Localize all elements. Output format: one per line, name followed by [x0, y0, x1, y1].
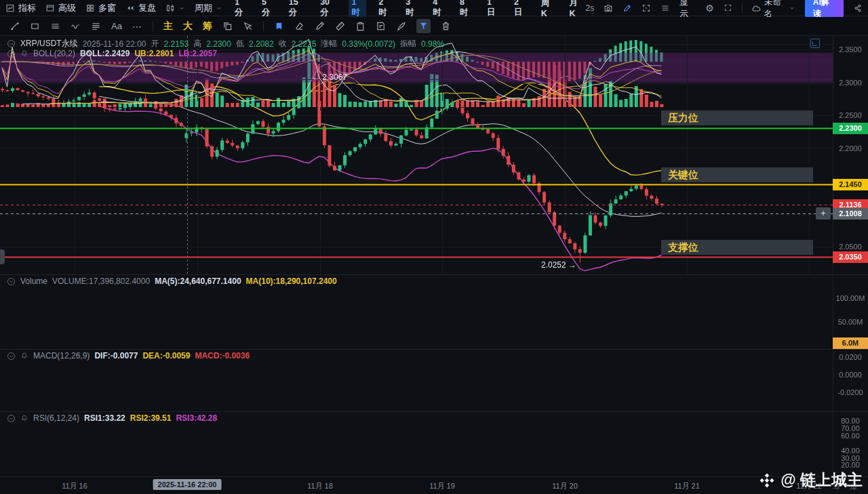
open-label: 开 — [151, 38, 159, 49]
bookmark-tool[interactable] — [274, 21, 284, 31]
crosshair-plus-button[interactable]: + — [816, 207, 831, 220]
macd-legend: MACD(12,26,9) DIF:-0.0077 DEA:-0.0059 MA… — [7, 351, 250, 361]
copy-tool[interactable] — [222, 21, 233, 31]
replay-button-label: 复盘 — [138, 2, 156, 14]
screenshot-frame-icon[interactable] — [642, 3, 651, 13]
rectangle-tool[interactable] — [30, 21, 40, 31]
boll-name[interactable]: BOLL(20,2) — [33, 49, 75, 58]
chips-toggle[interactable]: 筹 — [203, 20, 212, 33]
period-label: 周期 — [195, 2, 212, 14]
rsi-axis-tick: 20.00 — [833, 461, 868, 469]
alert-bell-icon[interactable] — [20, 414, 28, 422]
toolbar-separator — [742, 3, 743, 13]
clipboard-tool[interactable] — [355, 21, 366, 31]
high-value: 2.2300 — [206, 39, 231, 49]
pane-divider[interactable] — [0, 349, 868, 350]
chevron-circle-icon[interactable] — [7, 277, 16, 286]
watermark-text: @ 链上城主 — [781, 470, 863, 491]
measure-tool[interactable] — [335, 21, 345, 31]
gear-icon[interactable]: ⚙ — [705, 3, 714, 14]
macd-name[interactable]: MACD(12,26,9) — [33, 351, 90, 361]
rewind-icon — [125, 3, 135, 13]
close-label: 收 — [279, 38, 287, 49]
volume-axis-tick: 100.00M — [833, 294, 868, 302]
chart-style-dropdown[interactable] — [165, 3, 185, 13]
symbol-name[interactable]: XRP/USDT永续 — [20, 38, 78, 49]
boll-lb-value: LB:2.2057 — [178, 49, 217, 58]
alert-bell-icon[interactable] — [20, 352, 28, 360]
pen-tool[interactable] — [315, 21, 325, 31]
horizontal-lines-tool[interactable] — [50, 21, 60, 31]
chevron-circle-icon[interactable] — [7, 352, 16, 361]
top-toolbar: 指标高级多窗复盘周期1分5分15分30分1时2时3时4时8时1日2日周K月K 2… — [0, 0, 868, 16]
brush-tool[interactable] — [396, 21, 406, 31]
volume-name[interactable]: Volume — [20, 276, 47, 286]
support-label-box[interactable]: 支撑位 — [661, 240, 813, 255]
pencil-icon[interactable] — [623, 3, 632, 13]
text-tool[interactable]: Aa — [111, 21, 122, 31]
pane-divider[interactable] — [0, 411, 868, 412]
boll-mid-value: BOLL:2.2429 — [80, 49, 130, 58]
time-axis[interactable]: 11月 1611月 1811月 1911月 2011月 2111月 222025… — [0, 476, 868, 494]
alert-bell-icon[interactable] — [20, 49, 28, 58]
macd-hist-value: MACD:-0.0036 — [195, 351, 250, 361]
period-dropdown[interactable]: 周期 — [195, 2, 222, 14]
low-value: 2.2082 — [249, 39, 274, 49]
open-value: 2.2153 — [164, 39, 189, 49]
list-icon[interactable] — [660, 3, 670, 13]
cursor-pen-tool[interactable] — [243, 21, 253, 31]
fullscreen-icon[interactable] — [724, 3, 732, 12]
volume-ma10-value: MA(10):18,290,107.2400 — [246, 276, 337, 286]
rows-tool[interactable] — [91, 21, 101, 31]
support-price-tag: 2.0350 — [833, 251, 868, 263]
time-axis-label: 11月 19 — [429, 481, 455, 491]
chevron-down-icon — [178, 5, 185, 12]
crosshair-time-tag: 2025-11-16 22:00 — [153, 479, 222, 490]
pane-divider[interactable] — [0, 274, 868, 275]
large-view-toggle[interactable]: 大 — [183, 20, 193, 33]
resistance-label-box[interactable]: 压力位 — [661, 110, 813, 125]
macd-dif-value: DIF:-0.0077 — [94, 351, 138, 361]
top-toolbar-left: 指标高级多窗复盘周期1分5分15分30分1时2时3时4时8时1日2日周K月K — [5, 0, 586, 16]
time-axis-label: 11月 16 — [62, 481, 87, 491]
window-icon — [45, 3, 55, 13]
resistance-price-tag: 2.2300 — [833, 123, 868, 134]
more-tools-button[interactable]: ⋯ — [132, 21, 142, 32]
camera-icon[interactable] — [604, 3, 613, 13]
pane-maximize-icon[interactable] — [810, 39, 820, 48]
note-tool[interactable] — [376, 21, 386, 31]
key-level-label-box[interactable]: 关键位 — [661, 167, 813, 182]
change-value: 0.33%(0.0072) — [342, 39, 395, 49]
main-chart-toggle[interactable]: 主 — [163, 20, 173, 33]
refresh-interval: 2s — [586, 3, 595, 13]
chevron-circle-icon[interactable] — [7, 49, 16, 58]
high-label: 高 — [193, 38, 201, 49]
volume-legend: Volume VOLUME:17,396,802.4000 MA(5):24,6… — [7, 276, 337, 286]
indicators-button[interactable]: 指标 — [5, 2, 36, 14]
volume-value: VOLUME:17,396,802.4000 — [52, 276, 150, 286]
time-axis-label: 11月 21 — [674, 481, 700, 491]
wave-tool[interactable] — [71, 21, 81, 31]
macd-dea-value: DEA:-0.0059 — [142, 351, 190, 361]
chevron-circle-icon[interactable] — [7, 414, 16, 423]
time-axis-label: 11月 18 — [307, 481, 333, 491]
trend-line-tool[interactable] — [9, 21, 20, 31]
replay-button[interactable]: 复盘 — [125, 2, 156, 14]
low-price-annotation: 2.0252 → — [541, 260, 576, 270]
advanced-button[interactable]: 高级 — [45, 2, 76, 14]
rsi-name[interactable]: RSI(6,12,24) — [33, 413, 79, 423]
filter-tool[interactable] — [416, 19, 431, 33]
low-label: 低 — [236, 38, 244, 49]
drawing-toolbar: Aa⋯主大筹 — [0, 17, 868, 36]
rsi3-value: RSI3:42.28 — [176, 413, 217, 423]
volume-axis-tick: 50.00M — [833, 318, 868, 326]
price-axis-tick: 2.2500 — [833, 111, 868, 119]
chevron-circle-icon[interactable] — [7, 39, 16, 48]
change-label: 涨幅 — [321, 38, 337, 49]
multiwindow-button[interactable]: 多窗 — [85, 2, 116, 14]
delete-drawings-button[interactable] — [441, 21, 451, 31]
eraser-tool[interactable] — [294, 21, 304, 31]
share-icon[interactable] — [853, 3, 863, 13]
macd-axis-tick: 0.0000 — [833, 371, 868, 379]
left-edge-handle[interactable] — [0, 249, 5, 264]
